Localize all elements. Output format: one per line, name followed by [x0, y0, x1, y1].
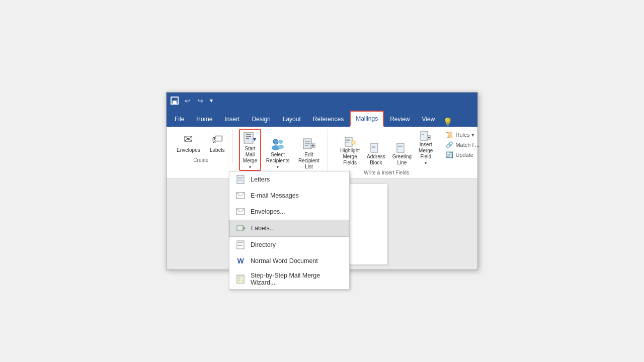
- labels-button[interactable]: 🏷 Labels: [206, 130, 228, 154]
- select-recipients-icon: [270, 136, 286, 152]
- save-icon: [171, 97, 179, 105]
- svg-rect-2: [246, 136, 251, 137]
- svg-rect-18: [346, 139, 350, 140]
- rules-button[interactable]: 📜 Rules ▾: [444, 131, 481, 139]
- match-fields-icon: 🔗: [446, 141, 453, 148]
- highlight-merge-fields-icon: [344, 136, 356, 148]
- create-group-items: ✉ Envelopes 🏷 Labels: [174, 129, 228, 156]
- tab-layout[interactable]: Layout: [277, 112, 307, 127]
- edit-recipient-list-label: EditRecipient List: [297, 152, 320, 170]
- customize-quick-access[interactable]: ▾: [210, 97, 213, 104]
- svg-rect-47: [238, 244, 242, 244]
- wizard-icon: [235, 274, 246, 284]
- svg-point-9: [278, 145, 284, 149]
- insert-merge-field-label: Insert MergeField ▾: [419, 142, 433, 166]
- edit-recipient-list-button[interactable]: EditRecipient List: [294, 135, 324, 171]
- svg-rect-28: [398, 146, 402, 147]
- email-label: E-mail Messages: [251, 192, 343, 199]
- tab-review[interactable]: Review: [384, 112, 416, 127]
- update-button[interactable]: 🔄 Update: [444, 151, 481, 159]
- undo-button[interactable]: ↩: [183, 96, 192, 105]
- menu-item-normal-word[interactable]: W Normal Word Document: [229, 253, 349, 269]
- update-icon: 🔄: [446, 151, 453, 158]
- svg-rect-23: [372, 145, 376, 145]
- tab-view[interactable]: View: [416, 112, 441, 127]
- tab-insert[interactable]: Insert: [218, 112, 246, 127]
- svg-rect-19: [346, 140, 350, 141]
- svg-rect-51: [238, 278, 241, 279]
- menu-item-envelopes[interactable]: Envelopes...: [229, 204, 349, 220]
- svg-rect-12: [305, 143, 310, 144]
- svg-point-8: [279, 140, 283, 144]
- mail-merge-group: Start MailMerge ▾ SelectRecipients ▾: [235, 129, 328, 174]
- svg-rect-1: [246, 134, 251, 135]
- svg-rect-36: [237, 175, 244, 184]
- svg-rect-24: [372, 146, 375, 147]
- rules-section: 📜 Rules ▾ 🔗 Match F... 🔄 Update: [441, 129, 485, 161]
- svg-rect-37: [238, 177, 243, 177]
- greeting-line-icon: [396, 142, 408, 154]
- svg-rect-50: [238, 277, 243, 277]
- svg-rect-42: [237, 226, 243, 231]
- tab-references[interactable]: References: [307, 112, 350, 127]
- greeting-line-button[interactable]: GreetingLine: [390, 141, 414, 167]
- start-mail-merge-button[interactable]: Start MailMerge ▾: [239, 129, 262, 171]
- insert-merge-field-icon: [420, 130, 432, 142]
- wizard-label: Step-by-Step Mail Merge Wizard...: [251, 272, 343, 286]
- ribbon-tabs: File Home Insert Design Layout Reference…: [167, 109, 477, 127]
- labels-menu-icon: [236, 223, 246, 233]
- write-insert-label: Write & Insert Fields: [364, 170, 409, 175]
- insert-merge-field-button[interactable]: Insert MergeField ▾: [417, 129, 435, 167]
- labels-menu-label: Labels...: [251, 225, 343, 232]
- svg-rect-20: [346, 142, 349, 143]
- create-group-label: Create: [193, 157, 208, 163]
- highlight-merge-fields-button[interactable]: HighlightMerge Fields: [338, 135, 362, 167]
- tab-mailings[interactable]: Mailings: [350, 111, 384, 127]
- labels-label: Labels: [210, 147, 224, 153]
- svg-rect-0: [244, 132, 253, 143]
- address-block-button[interactable]: AddressBlock: [365, 141, 387, 167]
- select-recipients-button[interactable]: SelectRecipients ▾: [264, 135, 291, 171]
- envelopes-menu-icon: [235, 207, 246, 217]
- menu-item-directory[interactable]: Directory: [229, 237, 349, 253]
- letters-label: Letters: [251, 176, 343, 183]
- greeting-line-label: GreetingLine: [392, 154, 412, 166]
- envelopes-button[interactable]: ✉ Envelopes: [174, 130, 203, 154]
- svg-rect-3: [246, 138, 249, 139]
- select-recipients-label: SelectRecipients ▾: [266, 152, 290, 170]
- svg-rect-48: [238, 245, 243, 246]
- help-icon[interactable]: 💡: [443, 117, 453, 127]
- tab-file[interactable]: File: [169, 112, 190, 127]
- menu-item-labels[interactable]: Labels...: [229, 220, 349, 237]
- svg-rect-32: [422, 134, 424, 135]
- envelopes-menu-label: Envelopes...: [251, 208, 343, 215]
- svg-rect-39: [238, 180, 243, 180]
- directory-icon: [235, 240, 246, 250]
- match-fields-button[interactable]: 🔗 Match F...: [444, 141, 481, 149]
- edit-recipient-list-icon: [301, 136, 317, 152]
- tab-home[interactable]: Home: [190, 112, 218, 127]
- redo-button[interactable]: ↪: [196, 96, 205, 105]
- update-label: Update: [455, 152, 473, 158]
- match-fields-label: Match F...: [455, 142, 479, 148]
- svg-rect-10: [303, 139, 311, 149]
- start-mail-merge-dropdown: Letters E-mail Messages: [229, 171, 350, 290]
- normal-word-icon: W: [235, 256, 246, 266]
- rules-icon: 📜: [446, 131, 453, 138]
- write-insert-group: HighlightMerge Fields AddressBlock: [334, 129, 439, 175]
- svg-rect-38: [238, 178, 242, 179]
- svg-rect-46: [238, 242, 243, 243]
- svg-point-44: [244, 228, 245, 229]
- svg-marker-4: [253, 138, 256, 141]
- word-window: ↩ ↪ ▾ File Home Insert Design Layout Ref…: [166, 92, 478, 270]
- address-block-label: AddressBlock: [367, 154, 385, 166]
- rules-label: Rules ▾: [455, 132, 474, 138]
- tab-design[interactable]: Design: [246, 112, 276, 127]
- directory-label: Directory: [251, 241, 343, 248]
- menu-item-wizard[interactable]: Step-by-Step Mail Merge Wizard...: [229, 269, 349, 289]
- menu-item-email[interactable]: E-mail Messages: [229, 188, 349, 204]
- menu-item-letters[interactable]: Letters: [229, 171, 349, 188]
- svg-rect-21: [352, 141, 355, 144]
- svg-rect-31: [422, 133, 426, 133]
- svg-rect-25: [372, 147, 375, 148]
